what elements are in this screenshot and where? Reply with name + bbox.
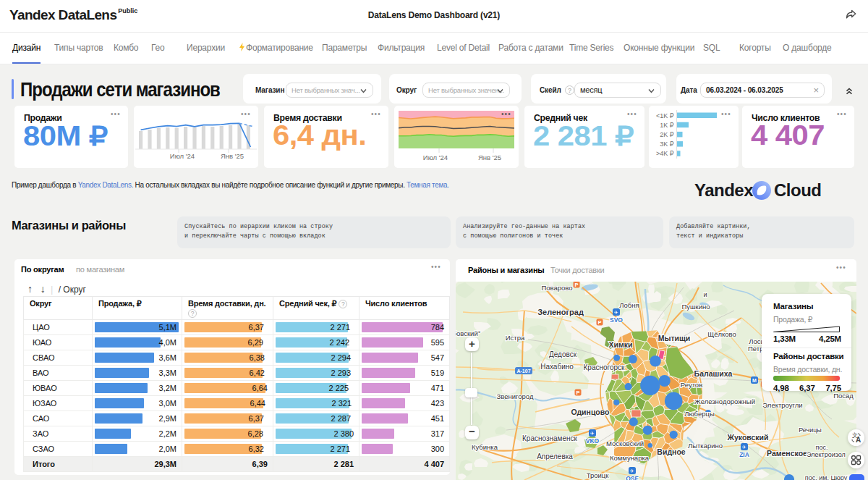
svg-text:Апрелевка: Апрелевка bbox=[537, 452, 573, 460]
svg-text:Истра: Истра bbox=[506, 334, 525, 342]
svg-text:Зеленоград: Зеленоград bbox=[537, 308, 584, 316]
svg-text:Звенигород: Звенигород bbox=[497, 392, 534, 400]
svg-text:P: P bbox=[597, 319, 601, 326]
svg-text:Железнодорожный: Железнодорожный bbox=[694, 397, 755, 405]
svg-text:Видное: Видное bbox=[657, 447, 685, 456]
svg-text:Лыткарино: Лыткарино bbox=[688, 442, 723, 450]
svg-text:Электроугли: Электроугли bbox=[762, 401, 802, 409]
svg-text:Июл '24: Июл '24 bbox=[423, 153, 448, 161]
svg-text:<1K ₽: <1K ₽ bbox=[656, 112, 674, 119]
svg-text:Щёлково: Щёлково bbox=[707, 330, 736, 338]
svg-text:Июл '24: Июл '24 bbox=[170, 152, 195, 160]
svg-text:М: М bbox=[752, 378, 757, 383]
svg-text:Балашиха: Балашиха bbox=[694, 369, 733, 378]
svg-text:Красногорск: Красногорск bbox=[584, 363, 626, 371]
svg-text:Мытищи: Мытищи bbox=[658, 334, 691, 342]
svg-text:3K ₽: 3K ₽ bbox=[660, 140, 674, 148]
svg-text:Электроизол: Электроизол bbox=[807, 451, 846, 458]
svg-text:SVO: SVO bbox=[610, 316, 623, 324]
svg-text:Янв '25: Янв '25 bbox=[221, 152, 244, 160]
svg-text:Cloud: Cloud bbox=[774, 180, 821, 200]
svg-text:пос.: пос. bbox=[816, 444, 828, 451]
svg-text:Московский: Московский bbox=[606, 439, 644, 447]
svg-text:Коммунарка: Коммунарка bbox=[610, 454, 650, 462]
svg-text:✈: ✈ bbox=[590, 431, 595, 436]
svg-text:>4K ₽: >4K ₽ bbox=[656, 150, 674, 157]
svg-text:Химки: Химки bbox=[609, 340, 633, 349]
svg-text:Реутов: Реутов bbox=[681, 381, 702, 389]
svg-text:Yandex: Yandex bbox=[694, 180, 754, 200]
svg-text:1K ₽: 1K ₽ bbox=[660, 122, 674, 129]
svg-text:Кубинка: Кубинка bbox=[472, 443, 498, 451]
svg-text:Посад: Посад bbox=[833, 392, 854, 400]
svg-text:пос. им. Цюру: пос. им. Цюру bbox=[805, 474, 848, 480]
svg-text:Янв '25: Янв '25 bbox=[478, 153, 501, 161]
svg-text:Краснознаменск: Краснознаменск bbox=[522, 434, 578, 442]
svg-text:Поварово: Поварово bbox=[541, 284, 572, 292]
svg-text:P: P bbox=[574, 282, 578, 288]
svg-text:VKO: VKO bbox=[586, 437, 600, 445]
svg-text:ZIA: ZIA bbox=[739, 451, 749, 458]
svg-text:P: P bbox=[576, 390, 579, 396]
svg-text:Жуковский: Жуковский bbox=[726, 433, 768, 442]
svg-text:Нахабино: Нахабино bbox=[540, 363, 574, 371]
svg-text:A: A bbox=[856, 436, 861, 444]
svg-text:Раменское: Раменское bbox=[767, 449, 807, 458]
svg-text:✈: ✈ bbox=[614, 310, 618, 315]
svg-text:Пушкино: Пушкино bbox=[681, 303, 710, 311]
svg-text:Речицы: Речицы bbox=[799, 426, 822, 434]
svg-text:Одинцово: Одинцово bbox=[571, 408, 610, 416]
svg-text:2K ₽: 2K ₽ bbox=[660, 131, 674, 138]
svg-text:Лобня: Лобня bbox=[619, 301, 639, 309]
svg-text:✈: ✈ bbox=[630, 468, 634, 473]
svg-text:Дедовск: Дедовск bbox=[549, 350, 577, 358]
svg-text:✈: ✈ bbox=[742, 445, 746, 450]
svg-text:Люберцы: Люберцы bbox=[684, 410, 715, 418]
svg-text:и: и bbox=[703, 291, 707, 298]
svg-text:бовский°: бовский° bbox=[456, 329, 481, 337]
svg-text:OSF: OSF bbox=[626, 475, 638, 480]
svg-text:Троицк: Троицк bbox=[587, 471, 610, 479]
svg-text:А-107: А-107 bbox=[516, 369, 530, 374]
